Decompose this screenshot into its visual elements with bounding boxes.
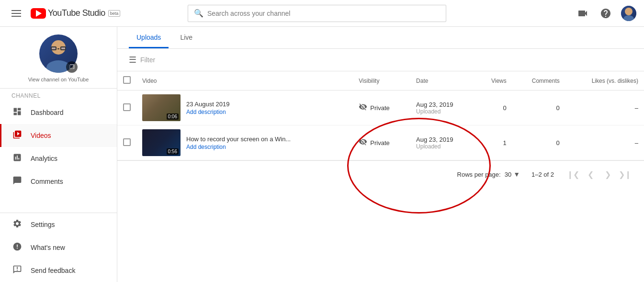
tabs-bar: Uploads Live: [117, 27, 644, 49]
row2-date-cell: Aug 23, 2019 Uploaded: [410, 125, 476, 160]
settings-icon: [11, 219, 23, 231]
dropdown-icon: ▼: [513, 170, 520, 178]
sidebar-item-whats-new[interactable]: What's new: [0, 236, 117, 259]
page-info: 1–2 of 2: [531, 171, 554, 178]
row2-visibility-cell: Private: [353, 125, 410, 160]
channel-section: ❐ View channel on YouTube: [0, 27, 117, 89]
row1-thumbnail[interactable]: 0:06: [142, 94, 181, 121]
sidebar-item-label-settings: Settings: [31, 221, 55, 228]
whats-new-icon: [11, 242, 23, 254]
row1-date-secondary: Uploaded: [416, 108, 470, 115]
main-layout: ❐ View channel on YouTube Channel Dashbo…: [0, 27, 644, 282]
row1-checkbox[interactable]: [123, 103, 131, 111]
row2-views: 1: [476, 125, 512, 160]
rows-per-page-label: Rows per page:: [457, 171, 501, 178]
channel-avatar-wrap[interactable]: ❐: [39, 34, 78, 73]
avatar[interactable]: [621, 6, 636, 21]
row1-date-primary: Aug 23, 2019: [416, 101, 470, 108]
row1-title[interactable]: 23 August 2019: [186, 101, 229, 108]
rows-per-page-value: 30: [505, 171, 511, 178]
sidebar-item-dashboard[interactable]: Dashboard: [0, 101, 117, 124]
comment-icon: [11, 176, 23, 188]
select-all-checkbox[interactable]: [123, 76, 131, 84]
row2-date-primary: Aug 23, 2019: [416, 136, 470, 143]
tab-live[interactable]: Live: [172, 27, 200, 48]
search-bar: 🔍: [188, 5, 446, 22]
sidebar-item-label-dashboard: Dashboard: [31, 109, 64, 116]
row1-visibility-label: Private: [370, 104, 389, 112]
row2-description[interactable]: Add description: [186, 144, 291, 150]
row1-duration: 0:06: [167, 113, 179, 120]
row1-likes: –: [565, 90, 644, 125]
sidebar-item-send-feedback[interactable]: Send feedback: [0, 259, 117, 282]
search-icon: 🔍: [194, 9, 203, 18]
sidebar-item-label-send-feedback: Send feedback: [31, 267, 75, 274]
studio-label: YouTube Studio: [48, 8, 105, 18]
sidebar-bottom: Settings What's new Send feedback: [0, 213, 117, 282]
search-input[interactable]: [207, 10, 440, 17]
sidebar-item-comments[interactable]: Comments: [0, 170, 117, 193]
header-checkbox-cell: [117, 71, 136, 90]
row1-views: 0: [476, 90, 512, 125]
nav-right: [575, 6, 636, 21]
video-camera-icon[interactable]: [575, 6, 590, 21]
row2-comments: 0: [512, 125, 565, 160]
channel-label: Channel: [0, 89, 117, 101]
row1-checkbox-cell: [117, 90, 136, 125]
tab-uploads[interactable]: Uploads: [129, 27, 169, 48]
bar-chart-icon: [11, 153, 23, 165]
video-table: Video Visibility Date Views Comments Lik…: [117, 71, 644, 160]
header-video: Video: [136, 71, 353, 90]
header-views: Views: [476, 71, 512, 90]
help-icon[interactable]: [598, 6, 613, 21]
top-nav: YouTube Studio beta 🔍: [0, 0, 644, 27]
last-page-button[interactable]: ❯❙: [617, 167, 633, 182]
row2-video-cell: 0:56 How to record your screen on a Win.…: [136, 125, 353, 160]
rows-per-page-select[interactable]: 30 ▼: [505, 170, 520, 178]
row2-thumbnail[interactable]: 0:56: [142, 129, 181, 156]
row1-video-info: 23 August 2019 Add description: [186, 101, 229, 115]
pagination: Rows per page: 30 ▼ 1–2 of 2 ❙❮ ❮ ❯ ❯❙: [117, 160, 644, 188]
header-likes: Likes (vs. dislikes): [565, 71, 644, 90]
row2-visibility-icon: [359, 137, 367, 148]
page-nav: ❙❮ ❮ ❯ ❯❙: [565, 167, 633, 182]
sidebar-item-videos[interactable]: Videos: [0, 124, 117, 147]
row1-video-cell: 0:06 23 August 2019 Add description: [136, 90, 353, 125]
sidebar: ❐ View channel on YouTube Channel Dashbo…: [0, 27, 117, 282]
sidebar-item-label-whats-new: What's new: [31, 244, 65, 251]
filter-placeholder[interactable]: Filter: [140, 56, 155, 64]
header-visibility: Visibility: [353, 71, 410, 90]
menu-icon[interactable]: [8, 6, 25, 21]
header-comments: Comments: [512, 71, 565, 90]
beta-badge: beta: [108, 10, 121, 17]
grid-icon: [11, 107, 23, 119]
channel-tooltip: View channel on YouTube: [28, 77, 89, 82]
sidebar-item-settings[interactable]: Settings: [0, 213, 117, 236]
row2-date-secondary: Uploaded: [416, 143, 470, 150]
logo-area: YouTube Studio beta: [31, 8, 120, 19]
table-row: 0:56 How to record your screen on a Win.…: [117, 125, 644, 160]
row2-likes: –: [565, 125, 644, 160]
row1-date-cell: Aug 23, 2019 Uploaded: [410, 90, 476, 125]
row2-visibility-label: Private: [370, 139, 389, 147]
content-area: Uploads Live ☰ Filter Video Visibility D…: [117, 27, 644, 282]
first-page-button[interactable]: ❙❮: [565, 167, 581, 182]
table-row: 0:06 23 August 2019 Add description: [117, 90, 644, 125]
row2-checkbox-cell: [117, 125, 136, 160]
sidebar-item-analytics[interactable]: Analytics: [0, 147, 117, 170]
rows-per-page: Rows per page: 30 ▼: [457, 170, 520, 178]
prev-page-button[interactable]: ❮: [583, 167, 598, 182]
row2-title[interactable]: How to record your screen on a Win...: [186, 135, 291, 143]
sidebar-item-label-analytics: Analytics: [31, 155, 57, 162]
sidebar-item-label-videos: Videos: [31, 132, 51, 139]
channel-overlay-icon: ❐: [66, 61, 78, 73]
row1-visibility-cell: Private: [353, 90, 410, 125]
row1-description[interactable]: Add description: [186, 109, 229, 115]
filter-bar: ☰ Filter: [117, 49, 644, 71]
play-icon: [11, 130, 23, 142]
row2-duration: 0:56: [167, 148, 179, 155]
row2-checkbox[interactable]: [123, 138, 131, 146]
sidebar-item-label-comments: Comments: [31, 178, 63, 185]
nav-items: Dashboard Videos Analytics Comments: [0, 101, 117, 213]
next-page-button[interactable]: ❯: [600, 167, 615, 182]
